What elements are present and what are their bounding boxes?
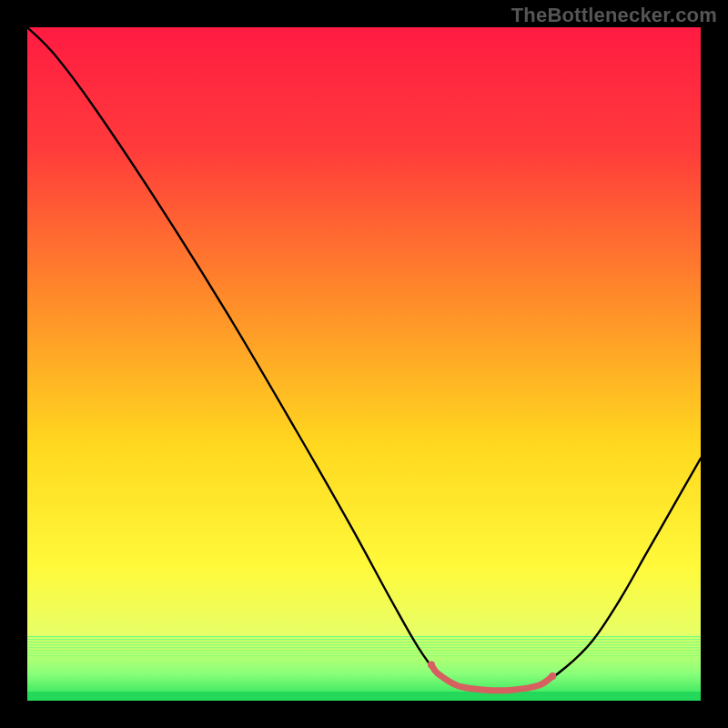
heat-gradient bbox=[27, 27, 701, 701]
watermark-text: TheBottlenecker.com bbox=[511, 4, 717, 27]
svg-point-10 bbox=[549, 672, 556, 680]
svg-point-9 bbox=[428, 662, 435, 669]
chart-frame: TheBottlenecker.com bbox=[0, 0, 728, 728]
plot-area bbox=[27, 27, 701, 701]
bottleneck-chart bbox=[27, 27, 701, 701]
